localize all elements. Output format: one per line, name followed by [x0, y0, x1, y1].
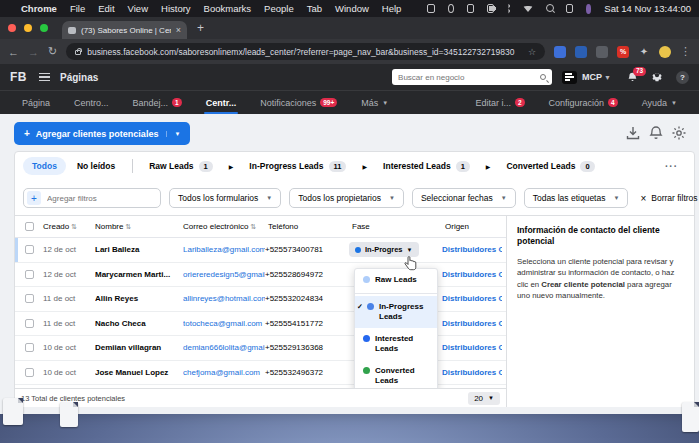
new-tab-button[interactable]: + — [197, 21, 204, 35]
menubar-people[interactable]: People — [264, 3, 294, 14]
extension-icon-4[interactable]: % — [617, 46, 629, 58]
cell-name[interactable]: Jose Manuel Lopez — [95, 368, 183, 377]
tab-close-icon[interactable]: × — [176, 25, 181, 35]
nav-ayuda[interactable]: Ayuda▼ — [630, 91, 689, 114]
table-row[interactable]: 12 de oct Lari Balleza Lariballeza@gmail… — [15, 238, 506, 263]
leads-settings-icon[interactable] — [671, 125, 687, 141]
chrome-menu-icon[interactable]: ⋮ — [680, 45, 691, 58]
hamburger-menu-icon[interactable] — [39, 73, 50, 81]
reload-icon[interactable]: ↻ — [48, 45, 57, 58]
menubar-app-name[interactable]: Chrome — [21, 3, 57, 14]
row-checkbox[interactable] — [25, 343, 34, 352]
filter-dates-dropdown[interactable]: Seleccionar fechas▼ — [412, 188, 516, 208]
more-options-icon[interactable]: ··· — [665, 161, 686, 172]
menubar-clock[interactable]: Sat 14 Nov 13:44:00 — [604, 3, 691, 14]
nav-pagina[interactable]: Página — [10, 91, 62, 114]
menu-item-in-progress-leads[interactable]: ✓ In-Progress Leads — [355, 296, 437, 328]
filter-owners-dropdown[interactable]: Todos los propietarios▼ — [289, 188, 404, 208]
menubar-window[interactable]: Window — [335, 3, 369, 14]
cell-origin[interactable]: Distribuidores Caj... — [442, 245, 502, 254]
address-bar[interactable]: business.facebook.com/saboresonlinemx/le… — [66, 43, 545, 60]
tab-interested-leads[interactable]: Interested Leads1 — [375, 161, 478, 172]
cell-name[interactable]: Marycarmen Marti... — [95, 270, 183, 279]
nav-centro[interactable]: Centro... — [62, 91, 121, 114]
zoom-window-button[interactable] — [40, 24, 48, 32]
add-leads-button[interactable]: + Agregar clientes potenciales ▼ — [14, 122, 190, 145]
status-extra-icon[interactable] — [427, 4, 434, 13]
back-icon[interactable]: ← — [8, 46, 19, 58]
menubar-history[interactable]: History — [161, 3, 191, 14]
row-checkbox[interactable] — [25, 319, 34, 328]
nav-mas[interactable]: Más▼ — [349, 91, 400, 114]
menubar-help[interactable]: Help — [382, 3, 402, 14]
menu-item-interested-leads[interactable]: Interested Leads — [355, 328, 437, 360]
screen-record-icon[interactable] — [448, 4, 454, 13]
settings-gear-icon[interactable] — [651, 71, 663, 83]
row-checkbox[interactable] — [25, 368, 34, 377]
cell-name[interactable]: Demiian villagran — [95, 343, 183, 352]
cell-email[interactable]: totocheca@gmail.com — [183, 319, 265, 328]
mcp-account-label[interactable]: MCP — [582, 72, 602, 82]
cell-origin[interactable]: Distribuidores Caj... — [442, 343, 502, 352]
cell-name[interactable]: Lari Balleza — [95, 245, 183, 254]
add-filter-icon[interactable]: + — [27, 191, 41, 205]
clear-filters-button[interactable]: ×Borrar filtros — [640, 193, 697, 204]
cell-email[interactable]: allinreyes@hotmail.com — [183, 294, 265, 303]
help-button[interactable]: ? — [676, 71, 689, 84]
menubar-file[interactable]: File — [70, 3, 85, 14]
cell-email[interactable]: oriereredesign5@gmail... — [183, 270, 265, 279]
cell-email[interactable]: chefjoma@gmail.com — [183, 368, 265, 377]
cell-name[interactable]: Allin Reyes — [95, 294, 183, 303]
page-size-dropdown[interactable]: 20▼ — [468, 392, 500, 405]
cell-origin[interactable]: Distribuidores Caj... — [442, 368, 502, 377]
nav-notificaciones[interactable]: Notificaciones99+ — [248, 91, 349, 114]
select-all-checkbox[interactable] — [25, 222, 34, 231]
add-filters-input[interactable] — [47, 194, 157, 203]
bookmark-star-icon[interactable]: ☆ — [528, 47, 536, 57]
spotlight-icon[interactable] — [546, 4, 552, 13]
business-search-input[interactable] — [398, 73, 536, 82]
account-caret-icon[interactable]: ▼ — [604, 74, 611, 81]
tab-raw-leads[interactable]: Raw Leads1 — [141, 161, 221, 172]
close-window-button[interactable] — [8, 24, 16, 32]
user-avatar[interactable] — [586, 4, 592, 14]
nav-editar-info[interactable]: Editar i...2 — [463, 91, 536, 114]
tab-converted-leads[interactable]: Converted Leads0 — [498, 161, 602, 172]
desktop-file-icon[interactable] — [3, 398, 23, 425]
cell-email[interactable]: demian666lolita@gmail... — [183, 343, 265, 352]
facebook-logo[interactable]: FB — [10, 70, 27, 84]
menubar-tab[interactable]: Tab — [307, 3, 322, 14]
desktop-file-icon[interactable] — [60, 402, 78, 427]
forward-icon[interactable]: → — [28, 46, 39, 58]
download-leads-icon[interactable] — [625, 125, 641, 141]
filter-forms-dropdown[interactable]: Todos los formularios▼ — [169, 188, 281, 208]
header-name[interactable]: Nombre⇅ — [95, 222, 183, 231]
tab-no-leidos[interactable]: No leídos — [68, 157, 124, 175]
header-created[interactable]: Creado⇅ — [43, 222, 95, 231]
extensions-pin-icon[interactable]: ✦ — [638, 46, 650, 58]
extension-icon-1[interactable] — [554, 46, 566, 58]
row-checkbox[interactable] — [25, 245, 34, 254]
nav-centro-clientes-active[interactable]: Centr... — [194, 91, 249, 114]
menubar-view[interactable]: View — [128, 3, 148, 14]
profile-avatar-icon[interactable] — [659, 46, 671, 58]
header-email[interactable]: Correo electrónico⇅ — [183, 222, 268, 231]
desktop-file-icon[interactable] — [682, 402, 699, 432]
extension-icon-3[interactable] — [596, 46, 608, 58]
filter-tags-dropdown[interactable]: Todas las etiquetas▼ — [524, 188, 629, 208]
add-filters-field[interactable]: + — [23, 188, 161, 208]
cell-origin[interactable]: Distribuidores Caj... — [442, 319, 502, 328]
cell-email[interactable]: Lariballeza@gmail.com — [183, 245, 265, 254]
business-search-box[interactable] — [392, 69, 552, 85]
menu-item-raw-leads[interactable]: Raw Leads — [355, 269, 437, 291]
browser-tab[interactable]: (73) Sabores Online | Centro d... × — [62, 21, 187, 39]
extension-icon-2[interactable] — [575, 46, 587, 58]
cell-name[interactable]: Nacho Checa — [95, 319, 183, 328]
notifications-bell[interactable]: 73 — [627, 72, 638, 83]
notifications-icon[interactable] — [648, 125, 664, 141]
wifi-icon[interactable] — [523, 6, 533, 12]
minimize-window-button[interactable] — [24, 24, 32, 32]
nav-bandeja[interactable]: Bandej...1 — [121, 91, 194, 114]
menubar-edit[interactable]: Edit — [98, 3, 114, 14]
row-checkbox[interactable] — [25, 294, 34, 303]
